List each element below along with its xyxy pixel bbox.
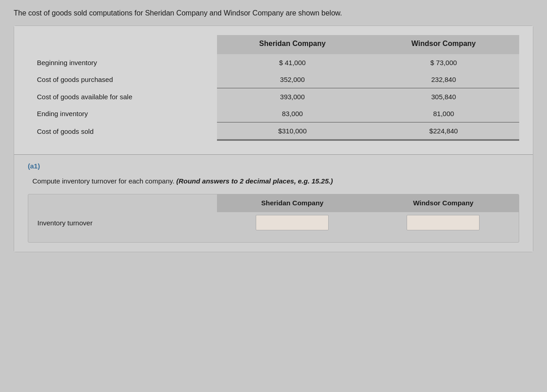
row-sheridan-value: 83,000 [217,105,368,122]
col-header-sheridan: Sheridan Company [217,35,368,54]
turnover-col-windsor: Windsor Company [368,194,519,212]
turnover-col-sheridan: Sheridan Company [217,194,368,212]
table-row: Cost of goods sold$310,000$224,840 [28,122,519,140]
row-windsor-value: $224,840 [368,122,519,140]
table-row: Ending inventory83,00081,000 [28,105,519,122]
col-header-windsor: Windsor Company [368,35,519,54]
turnover-sheridan-cell [217,212,368,233]
row-label: Cost of goods sold [28,122,217,140]
table-row: Inventory turnover [28,212,519,233]
row-windsor-value: 232,840 [368,71,519,88]
table-row: Beginning inventory$ 41,000$ 73,000 [28,54,519,71]
row-label: Cost of goods purchased [28,71,217,88]
a1-label: (a1) [28,162,519,170]
row-sheridan-value: 393,000 [217,88,368,106]
table-row: Cost of goods available for sale393,0003… [28,88,519,106]
col-header-blank [28,35,217,54]
turnover-label: Inventory turnover [28,212,217,233]
table-row: Cost of goods purchased352,000232,840 [28,71,519,88]
row-label: Ending inventory [28,105,217,122]
turnover-card: Sheridan Company Windsor Company Invento… [28,194,519,243]
cost-table-section: Sheridan Company Windsor Company Beginni… [14,26,533,154]
intro-text: The cost of goods sold computations for … [14,9,533,17]
row-sheridan-value: $310,000 [217,122,368,140]
row-windsor-value: 81,000 [368,105,519,122]
turnover-col-blank [28,194,217,212]
instruction-text: Compute inventory turnover for each comp… [28,177,519,185]
row-label: Beginning inventory [28,54,217,71]
row-sheridan-value: 352,000 [217,71,368,88]
row-windsor-value: 305,840 [368,88,519,106]
turnover-table: Sheridan Company Windsor Company Invento… [28,194,519,233]
row-windsor-value: $ 73,000 [368,54,519,71]
cost-of-goods-card: Sheridan Company Windsor Company Beginni… [14,25,533,252]
row-label: Cost of goods available for sale [28,88,217,106]
a1-section: Compute inventory turnover for each comp… [14,173,533,252]
row-sheridan-value: $ 41,000 [217,54,368,71]
turnover-sheridan-input[interactable] [256,215,329,230]
divider-section: (a1) [14,154,533,173]
cost-table: Sheridan Company Windsor Company Beginni… [28,35,519,141]
turnover-windsor-cell [368,212,519,233]
turnover-windsor-input[interactable] [407,215,480,230]
